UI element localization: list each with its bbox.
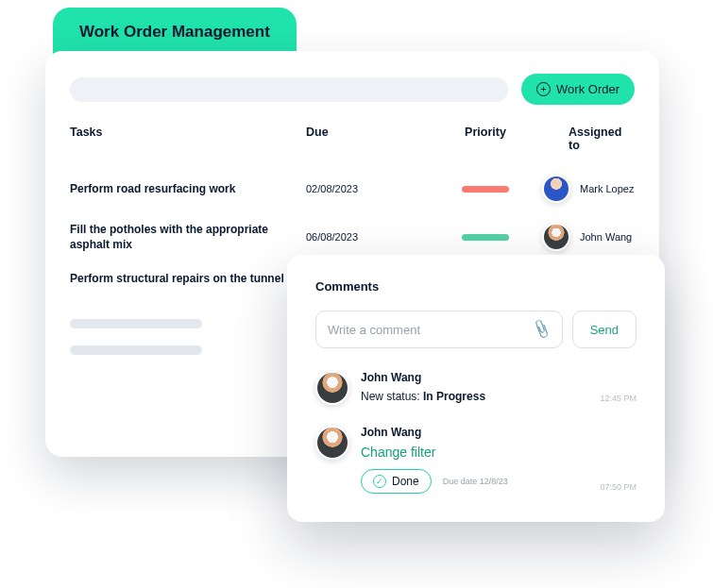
comments-title: Comments — [315, 279, 637, 294]
table-row[interactable]: Perform road resurfacing work 02/08/2023… — [70, 165, 635, 212]
skeleton — [70, 345, 202, 355]
col-due: Due — [306, 126, 429, 152]
priority-indicator — [429, 186, 542, 193]
assignee-name: John Wang — [580, 231, 632, 243]
avatar — [542, 223, 570, 251]
col-tasks: Tasks — [70, 126, 306, 152]
done-chip[interactable]: ✓ Done — [361, 469, 432, 494]
comment-input[interactable]: Write a comment 📎 — [315, 311, 563, 348]
send-label: Send — [590, 323, 619, 337]
comment-note: Change filter — [361, 445, 637, 460]
task-name: Perform structural repairs on the tunnel — [70, 271, 306, 286]
done-label: Done — [392, 475, 419, 488]
status-line: New status: In Progress — [361, 390, 637, 403]
task-due: 06/08/2023 — [306, 231, 429, 243]
send-button[interactable]: Send — [572, 311, 637, 348]
comment-author: John Wang — [361, 426, 637, 439]
task-assignee: Mark Lopez — [542, 175, 635, 203]
avatar — [315, 371, 349, 405]
col-assigned: Assigned to — [542, 126, 635, 152]
status-prefix: New status: — [361, 390, 423, 403]
col-priority: Priority — [429, 126, 542, 152]
comments-panel: Comments Write a comment 📎 Send John Wan… — [287, 255, 665, 522]
done-row: ✓ Done Due date 12/8/23 — [361, 469, 637, 494]
task-assignee: John Wang — [542, 223, 635, 251]
plus-icon: + — [536, 82, 551, 96]
task-name: Fill the potholes with the appropriate a… — [70, 222, 306, 252]
assignee-name: Mark Lopez — [580, 183, 634, 194]
avatar — [315, 426, 349, 460]
timestamp: 12:45 PM — [600, 394, 637, 403]
work-order-button-label: Work Order — [556, 82, 620, 96]
page-title: Work Order Management — [79, 23, 270, 41]
priority-indicator — [429, 234, 542, 241]
status-value: In Progress — [423, 390, 485, 403]
check-icon: ✓ — [373, 475, 386, 488]
new-work-order-button[interactable]: + Work Order — [521, 74, 635, 105]
page-title-tab: Work Order Management — [53, 8, 297, 57]
comment-placeholder: Write a comment — [328, 323, 420, 337]
timestamp: 07:50 PM — [600, 482, 637, 492]
table-header: Tasks Due Priority Assigned to — [70, 126, 635, 152]
avatar — [542, 175, 570, 203]
due-date-label: Due date 12/8/23 — [443, 477, 508, 486]
comment-input-row: Write a comment 📎 Send — [315, 311, 637, 348]
search-input[interactable] — [70, 77, 508, 102]
comment-body: John Wang New status: In Progress — [361, 371, 637, 405]
task-due: 02/08/2023 — [306, 183, 429, 194]
paperclip-icon[interactable]: 📎 — [530, 318, 552, 340]
comment-item: John Wang New status: In Progress 12:45 … — [315, 371, 637, 405]
task-name: Perform road resurfacing work — [70, 181, 306, 196]
comment-body: John Wang Change filter ✓ Done Due date … — [361, 426, 637, 494]
comment-item: John Wang Change filter ✓ Done Due date … — [315, 426, 637, 494]
skeleton — [70, 319, 202, 328]
comment-author: John Wang — [361, 371, 637, 384]
toolbar: + Work Order — [70, 74, 635, 105]
